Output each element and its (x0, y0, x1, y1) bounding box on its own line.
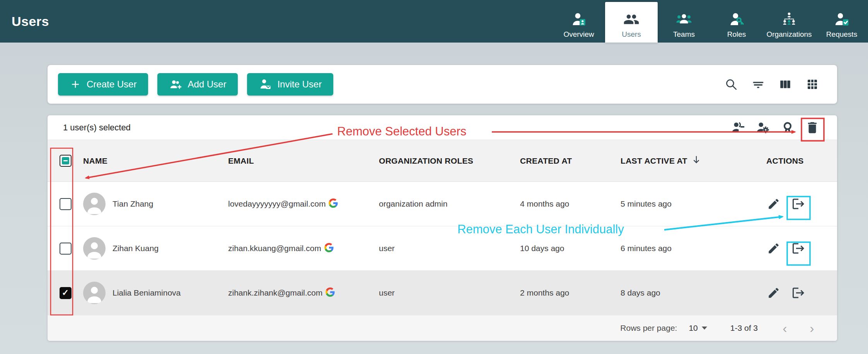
user-email: zihan.kkuang@gmail.com (228, 244, 321, 253)
edit-user-icon[interactable] (766, 197, 781, 211)
google-icon (329, 198, 338, 210)
search-icon[interactable] (723, 77, 739, 92)
previous-page-button[interactable]: ‹ (779, 322, 791, 334)
row-checkbox[interactable] (60, 243, 72, 255)
view-columns-icon[interactable] (778, 77, 793, 92)
award-icon[interactable] (780, 120, 795, 135)
delete-icon[interactable] (805, 120, 820, 135)
remove-user-row-icon[interactable] (791, 286, 806, 300)
top-bar: Users Overview Users (0, 0, 868, 43)
tab-teams-label: Teams (673, 30, 695, 39)
user-name: Tian Zhang (113, 199, 153, 209)
google-icon (326, 287, 335, 299)
avatar (83, 193, 106, 215)
last-active-at: 5 minutes ago (621, 199, 761, 209)
person-clipboard-icon (833, 11, 850, 28)
column-header-name: NAME (83, 156, 228, 166)
last-active-at: 8 days ago (621, 288, 761, 298)
remove-user-row-icon[interactable] (791, 197, 806, 211)
user-name: Zihan Kuang (113, 244, 159, 253)
rows-per-page-select[interactable]: 10 (689, 323, 707, 333)
person-key-icon (728, 11, 745, 28)
org-tree-icon (781, 11, 798, 28)
person-mail-icon (259, 78, 272, 91)
column-header-email: EMAIL (228, 156, 379, 166)
column-header-created-at: CREATED AT (520, 156, 621, 166)
table-header-row: NAME EMAIL ORGANIZATION ROLES CREATED AT… (48, 140, 837, 182)
grid-icon[interactable] (805, 77, 820, 92)
org-role: user (379, 288, 520, 298)
row-checkbox[interactable]: ✓ (60, 287, 72, 299)
selection-count-text: 1 user(s) selected (63, 123, 131, 133)
chevron-down-icon (702, 327, 707, 330)
tab-users[interactable]: Users (605, 2, 658, 43)
groups-icon (675, 11, 692, 28)
add-user-button[interactable]: Add User (157, 73, 238, 96)
edit-user-icon[interactable] (766, 286, 781, 300)
people-icon (623, 11, 640, 28)
page-title: Users (0, 14, 49, 29)
tab-overview-label: Overview (563, 30, 594, 39)
tab-organizations-label: Organizations (766, 30, 812, 39)
select-all-checkbox[interactable] (60, 155, 72, 167)
avatar (83, 282, 106, 304)
create-user-button[interactable]: Create User (58, 73, 148, 96)
toolbar-card: Create User Add User (48, 65, 837, 104)
avatar (83, 237, 106, 260)
page-range-label: 1-3 of 3 (730, 323, 758, 333)
manage-user-icon[interactable] (755, 120, 770, 135)
column-header-org-roles: ORGANIZATION ROLES (379, 156, 520, 166)
table-row: ✓ Lialia Beniaminova zihank.zihank@gmail… (48, 271, 837, 315)
main-nav: Overview Users Teams (553, 0, 868, 43)
created-at: 2 months ago (520, 288, 621, 298)
edit-user-icon[interactable] (766, 241, 781, 256)
filter-icon[interactable] (750, 77, 766, 92)
remove-user-icon[interactable] (731, 120, 745, 135)
user-email: zihank.zihank@gmail.com (228, 288, 322, 298)
table-row: Tian Zhang lovedayyyyyyy@gmail.com organ… (48, 182, 837, 226)
toolbar-icon-group (723, 77, 820, 92)
org-role: user (379, 244, 520, 253)
invite-user-button[interactable]: Invite User (247, 73, 333, 96)
column-header-actions: ACTIONS (761, 156, 837, 166)
created-at: 10 days ago (520, 244, 621, 253)
next-page-button[interactable]: › (806, 322, 818, 334)
user-name: Lialia Beniaminova (113, 288, 181, 298)
created-at: 4 months ago (520, 199, 621, 209)
tab-organizations[interactable]: Organizations (763, 0, 815, 43)
rows-per-page-label: Rows per page: (620, 323, 677, 333)
table-row: Zihan Kuang zihan.kkuang@gmail.com user … (48, 226, 837, 271)
selection-bar: 1 user(s) selected (48, 115, 837, 140)
sort-desc-arrow-icon (691, 155, 701, 167)
tab-overview[interactable]: Overview (553, 0, 605, 43)
user-email: lovedayyyyyyy@gmail.com (228, 199, 326, 209)
tab-roles[interactable]: Roles (710, 0, 763, 43)
table-footer: Rows per page: 10 1-3 of 3 ‹ › (48, 315, 837, 341)
person-badge-icon (570, 11, 587, 28)
users-table-card: 1 user(s) selected (48, 115, 837, 341)
tab-users-label: Users (622, 30, 641, 39)
tab-roles-label: Roles (727, 30, 746, 39)
plus-icon (70, 79, 81, 90)
group-add-icon (169, 78, 182, 91)
toolbar-buttons: Create User Add User (58, 73, 333, 96)
tab-requests[interactable]: Requests (815, 0, 868, 43)
last-active-at: 6 minutes ago (621, 244, 761, 253)
google-icon (324, 243, 334, 254)
tab-requests-label: Requests (826, 30, 857, 39)
selection-actions (731, 120, 820, 135)
tab-teams[interactable]: Teams (658, 0, 710, 43)
org-role: organization admin (379, 199, 520, 209)
remove-user-row-icon[interactable] (791, 241, 806, 256)
row-checkbox[interactable] (60, 198, 72, 210)
column-header-last-active[interactable]: LAST ACTIVE AT (621, 155, 761, 167)
